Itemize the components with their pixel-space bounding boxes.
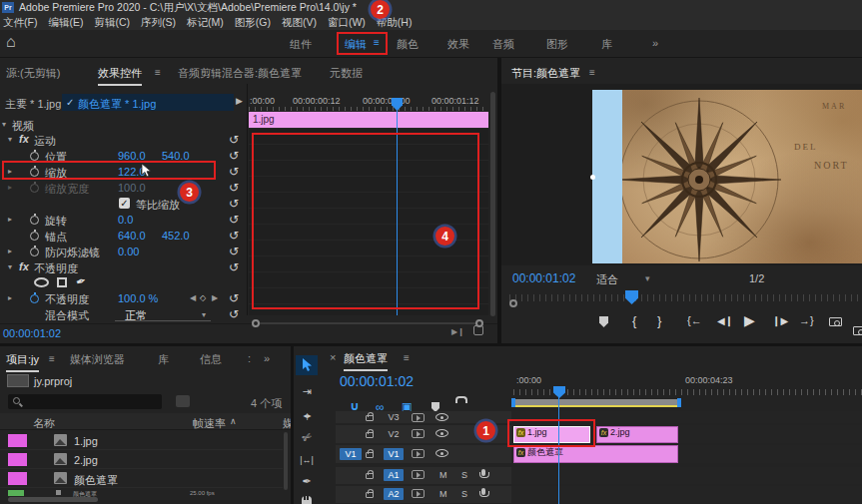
menu-window[interactable]: 窗口(W) [328,16,366,30]
stopwatch-icon[interactable] [30,216,39,225]
track-select-forward-tool[interactable]: ⇥ [296,381,318,401]
track-label-v1[interactable]: V1 [384,448,404,460]
timeline-ruler-ticks[interactable] [513,389,862,395]
menu-sequence[interactable]: 序列(S) [141,16,176,30]
effect-controls-timecode[interactable]: 00:00:01:02 [3,327,61,339]
column-framerate[interactable]: 帧速率 [193,416,226,431]
voiceover-mic-icon[interactable] [481,488,485,495]
mute-button[interactable]: M [439,489,447,499]
reset-scale-width-icon[interactable]: ↺ [229,181,239,195]
track-label-a1[interactable]: A1 [384,469,404,481]
rect-mask-icon[interactable] [57,277,67,287]
property-blend-mode[interactable]: 混合模式 正常 ▾ ↺ [0,307,246,322]
reset-blend-icon[interactable]: ↺ [229,307,239,321]
workspace-tab-color[interactable]: 颜色 [397,37,419,52]
reset-opacity-icon[interactable]: ↺ [229,291,239,305]
source-patch-v1[interactable]: V1 [340,448,362,460]
tab-info[interactable]: 信息 [200,352,222,367]
property-uniform-scale[interactable]: ✓ 等比缩放 ↺ [0,197,246,212]
project-file-name[interactable]: jy.prproj [34,375,72,387]
reset-rotation-icon[interactable]: ↺ [229,213,239,227]
property-opacity[interactable]: ▸ 不透明度 100.0 % ◀ ◇ ▶ ↺ [0,291,246,306]
reset-uniform-icon[interactable]: ↺ [229,197,239,211]
item-name[interactable]: 2.jpg [74,454,98,466]
prev-keyframe-icon[interactable]: ◀ [190,293,196,302]
tab-source-monitor[interactable]: 源:(无剪辑) [6,66,60,81]
selection-tool[interactable] [296,355,318,375]
lock-icon[interactable] [366,492,374,498]
menu-clip[interactable]: 剪辑(C) [94,16,130,30]
expand-clip-icon[interactable]: ▶ [236,96,243,106]
reset-scale-icon[interactable]: ↺ [229,165,239,179]
track-label-v2[interactable]: V2 [386,429,402,439]
label-chip-pink[interactable] [8,434,27,447]
ec-zoom-scrollbar[interactable] [258,322,479,324]
lock-icon[interactable] [366,452,374,458]
workspace-tab-graphics[interactable]: 图形 [546,37,568,52]
uniform-scale-checkbox[interactable]: ✓ [119,198,130,209]
track-lane-a1[interactable] [511,467,862,484]
lock-icon[interactable] [366,432,374,438]
label-chip-pink[interactable] [8,472,27,485]
solo-button[interactable]: S [461,489,467,499]
step-forward-icon[interactable]: ❙▶ [772,315,788,326]
program-scrub-bar[interactable] [509,294,859,301]
mark-out-icon[interactable]: } [657,313,661,328]
opacity-value[interactable]: 100.0 % [118,292,158,304]
effect-motion[interactable]: ▾ fx 运动 ↺ [0,133,246,148]
tab-libraries[interactable]: 库 [158,352,169,367]
work-area-handle-right[interactable] [677,398,681,407]
rotation-value[interactable]: 0.0 [118,214,133,226]
fit-dropdown[interactable]: 适合 [596,272,618,287]
comparison-view-icon[interactable] [853,326,862,335]
clip-2jpg[interactable]: fx2.jpg [596,426,678,443]
lock-icon[interactable] [366,473,374,479]
blend-mode-value[interactable]: 正常 [125,308,147,323]
effect-controls-menu-icon[interactable]: ≡ [155,67,161,78]
menu-markers[interactable]: 标记(M) [187,16,224,30]
home-icon[interactable]: ⌂ [6,33,16,51]
search-input[interactable] [8,394,162,409]
project-row-2[interactable]: 2.jpg [0,450,283,469]
property-anchor[interactable]: 锚点 640.0 452.0 ↺ [0,229,246,244]
project-row-3[interactable]: 颜色遮罩 [0,469,283,488]
property-rotation[interactable]: ▸ 旋转 0.0 ↺ [0,213,246,228]
timeline-playhead-line[interactable] [558,395,559,504]
master-clip-label[interactable]: 主要 * 1.jpg [5,97,61,112]
sort-asc-icon[interactable]: ∧ [230,416,237,426]
playback-resolution-dropdown[interactable]: 1/2 [749,272,764,284]
item-name[interactable]: 颜色遮罩 [74,473,118,488]
project-horizontal-scrollbar[interactable] [8,497,98,502]
ec-ruler-ticks[interactable] [249,107,488,111]
ellipse-mask-icon[interactable] [34,277,49,287]
menu-view[interactable]: 视图(V) [282,16,317,30]
tab-program-monitor[interactable]: 节目:颜色遮罩 [511,66,580,86]
toggle-track-output-icon[interactable] [435,429,448,437]
label-chip-green[interactable] [8,490,24,496]
pen-mask-icon[interactable]: ✒ [74,273,88,290]
go-to-out-icon[interactable]: →} [799,314,814,326]
tab-effect-controls[interactable]: 效果控件 [98,66,142,86]
timeline-menu-icon[interactable]: ≡ [404,352,410,363]
tab-media-browser[interactable]: 媒体浏览器 [70,352,125,367]
effect-opacity-section[interactable]: ▾ fx 不透明度 ↺ [0,260,246,275]
item-name[interactable]: 1.jpg [74,435,98,447]
ec-clip-bar[interactable]: 1.jpg [249,112,488,128]
column-name[interactable]: 名称 [33,416,55,431]
stopwatch-icon[interactable] [30,232,39,241]
tab-dots[interactable]: : [248,352,251,364]
toggle-track-output-icon[interactable] [435,449,448,457]
tab-project[interactable]: 项目:jy [6,352,39,372]
antiflicker-value[interactable]: 0.00 [118,246,139,257]
fit-chevron-icon[interactable]: ▾ [645,273,650,283]
go-to-in-icon[interactable]: {← [687,314,702,326]
tab-metadata[interactable]: 元数据 [330,66,363,81]
track-label-v3[interactable]: V3 [386,412,402,422]
reset-motion-icon[interactable]: ↺ [229,133,239,147]
reset-anchor-icon[interactable]: ↺ [229,229,239,243]
toggle-track-output-icon[interactable] [435,413,448,421]
workspace-tab-effects[interactable]: 效果 [447,37,469,52]
track-header-a1[interactable]: A1 M S [336,467,511,484]
tab-sequence[interactable]: 颜色遮罩 [344,351,388,371]
play-audio-icon[interactable]: ▶❙ [451,327,464,336]
